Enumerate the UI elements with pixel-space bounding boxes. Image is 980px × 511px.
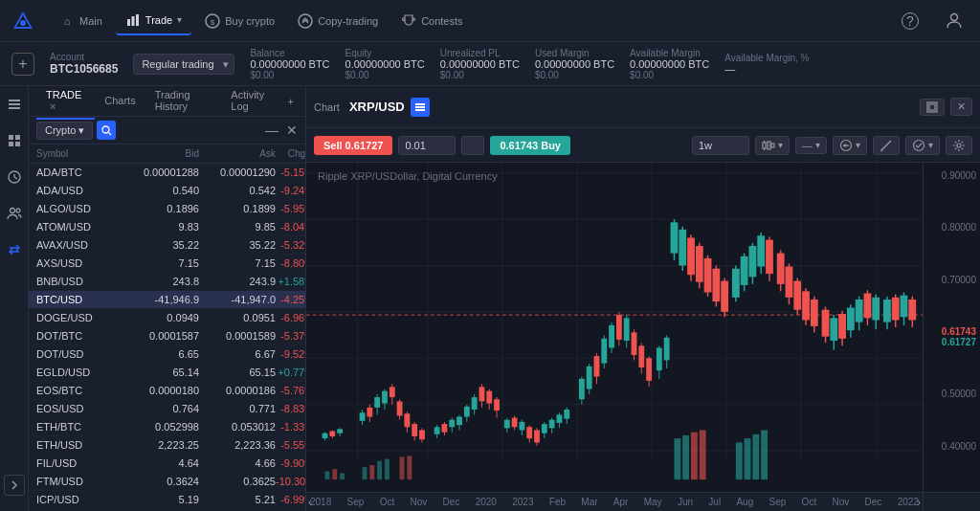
chart-type-button[interactable]: ▾ (755, 136, 790, 155)
chart-window-button[interactable] (920, 99, 945, 116)
svg-rect-5 (136, 14, 139, 26)
svg-rect-91 (472, 397, 478, 410)
stat-balance: Balance 0.00000000 BTC $0.00 (250, 48, 329, 80)
chart-indicator-button[interactable]: ▾ (833, 136, 867, 155)
watchlist-search-button[interactable] (97, 121, 116, 140)
chart-scroll-left[interactable]: ‹ (308, 496, 312, 509)
add-account-button[interactable]: + (11, 53, 34, 76)
chart-comparison-button[interactable]: — ▾ (795, 137, 827, 154)
svg-rect-167 (786, 267, 793, 298)
svg-rect-212 (761, 431, 768, 480)
nav-contests[interactable]: Contests (391, 8, 472, 34)
watchlist-row[interactable]: BNB/USD 243.8 243.9 +1.58% (29, 273, 305, 291)
watchlist-row[interactable]: ADA/USD 0.540 0.542 -9.24% (29, 182, 305, 200)
svg-rect-33 (771, 144, 774, 147)
side-grid-icon[interactable] (4, 130, 25, 151)
chart-close-button[interactable]: ✕ (950, 98, 972, 116)
help-icon: ? (902, 12, 919, 30)
svg-rect-211 (752, 434, 759, 479)
chart-settings-button[interactable] (946, 136, 972, 155)
watchlist-row[interactable]: BTC/USD -41,946.9 -41,947.0 -4.25% (29, 291, 305, 309)
tab-charts[interactable]: Charts (95, 89, 145, 114)
watchlist-row[interactable]: ALGO/USD 0.1896 0.1899 -5.95% (29, 200, 305, 218)
chart-templates-button[interactable]: ▾ (905, 136, 940, 155)
watchlist-columns: Symbol Bid Ask Chg% (29, 144, 305, 164)
draw-tool-button[interactable] (873, 136, 900, 155)
svg-rect-121 (594, 356, 600, 377)
svg-rect-135 (646, 358, 652, 381)
crypto-filter-button[interactable]: Crypto ▾ (36, 122, 93, 140)
nav-main[interactable]: ⌂ Main (50, 8, 112, 34)
side-transfer-icon[interactable] (4, 239, 25, 260)
lot-size-unit-select[interactable] (461, 136, 484, 155)
svg-rect-189 (883, 300, 891, 322)
tab-close-trade[interactable]: ✕ (49, 101, 56, 112)
chart-canvas: Ripple XRP/USDollar, Digital Currency (306, 163, 980, 511)
watchlist-header: Crypto ▾ — ✕ (29, 117, 305, 144)
tab-activity-log[interactable]: Activity Log (221, 83, 283, 120)
watchlist-row[interactable]: ETH/BTC 0.052998 0.053012 -1.33% (29, 418, 305, 436)
watchlist-row[interactable]: DOT/BTC 0.0001587 0.0001589 -5.37% (29, 327, 305, 345)
svg-rect-67 (374, 397, 380, 408)
watchlist-minimize-button[interactable]: — (265, 122, 278, 138)
buy-button[interactable]: 0.61743 Buy (490, 136, 570, 155)
help-button[interactable]: ? (892, 7, 928, 35)
svg-rect-69 (382, 391, 388, 404)
nav-copy-trading[interactable]: Copy-trading (288, 8, 388, 34)
svg-rect-57 (323, 433, 328, 438)
svg-rect-195 (908, 300, 916, 321)
watchlist-row[interactable]: ATOM/USD 9.83 9.85 -8.04% (29, 218, 305, 236)
nav-trade[interactable]: Trade ▾ (116, 7, 191, 35)
trading-type-select-wrap[interactable]: Regular trading (133, 54, 234, 75)
profile-button[interactable] (936, 6, 972, 36)
watchlist-row[interactable]: DOGE/USD 0.0949 0.0951 -6.96% (29, 309, 305, 327)
currency-icon: $ (205, 13, 220, 29)
svg-rect-139 (664, 338, 670, 361)
svg-point-20 (10, 209, 14, 213)
watchlist-row[interactable]: EOS/BTC 0.0000180 0.0000186 -5.76% (29, 382, 305, 400)
account-info: Account BTC1056685 (50, 52, 118, 76)
side-users-icon[interactable] (4, 203, 25, 224)
svg-point-9 (951, 13, 958, 20)
logo[interactable] (8, 6, 38, 36)
svg-rect-199 (363, 467, 368, 479)
main-layout: TRADE ✕ Charts Trading History Activity … (0, 86, 980, 511)
trophy-icon (401, 13, 416, 29)
watchlist-close-button[interactable]: ✕ (286, 122, 298, 138)
home-icon: ⌂ (59, 13, 75, 29)
watchlist-row[interactable]: EOS/USD 0.764 0.771 -8.83% (29, 400, 305, 418)
watchlist-row[interactable]: DOT/USD 6.65 6.67 -9.52% (29, 345, 305, 364)
nav-buy-crypto[interactable]: $ Buy crypto (195, 8, 284, 34)
svg-rect-28 (929, 104, 935, 110)
trading-type-select[interactable]: Regular trading (133, 54, 234, 75)
svg-rect-24 (415, 103, 425, 105)
side-expand-button[interactable] (4, 475, 25, 496)
svg-rect-87 (457, 417, 462, 426)
svg-rect-157 (741, 256, 748, 285)
sell-button[interactable]: Sell 0.61727 (314, 136, 392, 155)
chart-pair-button[interactable] (411, 98, 430, 117)
side-clock-icon[interactable] (4, 167, 25, 188)
timeframe-select[interactable]: 1w (692, 136, 749, 155)
watchlist-row[interactable]: ADA/BTC 0.00001288 0.00001290 -5.15% (29, 164, 305, 182)
tab-trading-history[interactable]: Trading History (145, 83, 222, 120)
watchlist-row[interactable]: FIL/USD 4.64 4.66 -9.90% (29, 455, 305, 473)
side-layers-icon[interactable] (4, 94, 25, 115)
tab-trade[interactable]: TRADE ✕ (36, 83, 95, 120)
svg-rect-125 (609, 325, 614, 348)
watchlist-row[interactable]: AXS/USD 7.15 7.15 -8.80% (29, 255, 305, 273)
watchlist-row[interactable]: AVAX/USD 35.22 35.22 -5.32% (29, 236, 305, 255)
svg-rect-29 (763, 143, 766, 148)
watchlist-row[interactable]: EGLD/USD 65.14 65.15 +0.77% (29, 364, 305, 382)
add-tab-button[interactable]: + (284, 92, 298, 111)
svg-point-36 (844, 144, 847, 146)
svg-rect-13 (9, 135, 13, 140)
svg-rect-179 (838, 314, 846, 339)
lot-size-input[interactable] (398, 136, 456, 155)
svg-rect-131 (632, 332, 637, 355)
chart-scroll-right[interactable]: › (917, 496, 921, 509)
svg-rect-111 (549, 420, 555, 429)
watchlist-row[interactable]: ETH/USD 2,223.25 2,223.36 -5.55% (29, 436, 305, 455)
watchlist-row[interactable]: FTM/USD 0.3624 0.3625 -10.30% (29, 473, 305, 491)
watchlist-row[interactable]: ICP/USD 5.19 5.21 -6.99% (29, 491, 305, 509)
